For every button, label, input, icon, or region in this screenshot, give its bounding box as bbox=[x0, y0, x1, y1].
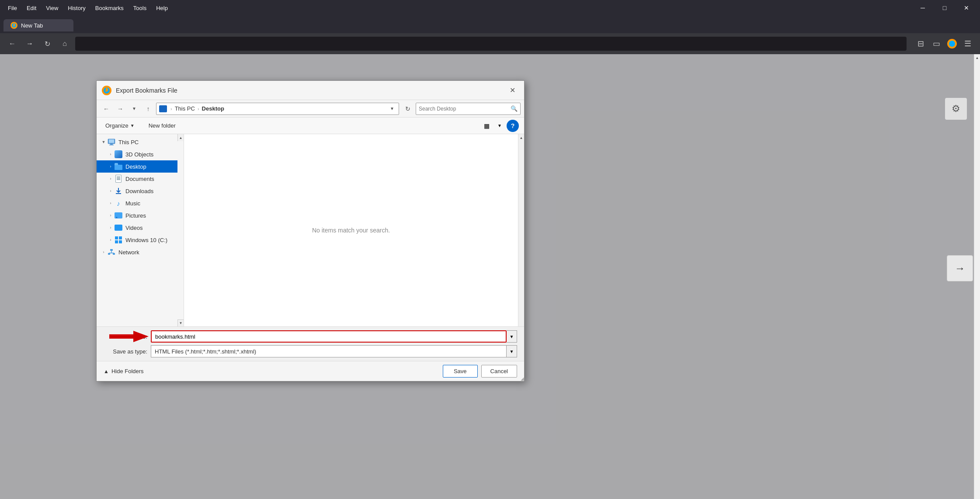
panel-scrollbar[interactable]: ▲ bbox=[974, 54, 980, 499]
back-btn[interactable]: ← bbox=[5, 37, 19, 51]
tree-label-network: Network bbox=[118, 249, 139, 256]
tree-label-videos: Videos bbox=[125, 225, 143, 231]
library-btn[interactable]: ⊟ bbox=[914, 37, 928, 51]
tree-label-3d-objects: 3D Objects bbox=[125, 151, 153, 158]
tab-bar: New Tab bbox=[0, 16, 980, 33]
tree-item-desktop[interactable]: › Desktop bbox=[97, 160, 177, 173]
nav-up-btn[interactable]: ↑ bbox=[142, 103, 154, 115]
hide-folders-arrow-icon: ▲ bbox=[104, 368, 109, 374]
savetype-value[interactable]: HTML Files (*.html;*.htm;*.shtml;*.xhtml… bbox=[151, 345, 507, 357]
downloads-icon bbox=[114, 187, 123, 195]
browser-close-btn[interactable]: ✕ bbox=[956, 0, 977, 16]
resize-handle[interactable]: ◢ bbox=[519, 376, 524, 381]
address-bar[interactable] bbox=[75, 37, 907, 51]
savetype-label: Save as type: bbox=[104, 348, 147, 355]
forward-btn[interactable]: → bbox=[23, 37, 37, 51]
nav-back-btn[interactable]: ← bbox=[100, 103, 112, 115]
tree-item-windows10[interactable]: › Windows 10 (C:) bbox=[97, 234, 177, 246]
tree-item-videos[interactable]: › Videos bbox=[97, 222, 177, 234]
expand-3d-objects[interactable]: › bbox=[107, 151, 114, 158]
expand-downloads[interactable]: › bbox=[107, 187, 114, 194]
menu-tools[interactable]: Tools bbox=[129, 3, 151, 13]
search-input[interactable] bbox=[419, 106, 511, 112]
filename-row: File name: ▼ bbox=[104, 330, 517, 343]
menu-help[interactable]: Help bbox=[152, 3, 172, 13]
tree-item-network[interactable]: › Network bbox=[97, 246, 177, 258]
svg-rect-7 bbox=[109, 139, 114, 143]
expand-music[interactable]: › bbox=[107, 200, 114, 207]
windows-drive-icon bbox=[114, 236, 123, 244]
dialog-footer: File name: ▼ bbox=[97, 326, 524, 361]
expand-pictures[interactable]: › bbox=[107, 212, 114, 219]
menu-history[interactable]: History bbox=[63, 3, 90, 13]
settings-icon[interactable]: ⚙ bbox=[945, 98, 967, 120]
tree-item-downloads[interactable]: › Downloads bbox=[97, 185, 177, 197]
breadcrumb-desktop: Desktop bbox=[202, 105, 224, 112]
expand-documents[interactable]: › bbox=[107, 175, 114, 182]
tree-item-3d-objects[interactable]: › 3D Objects bbox=[97, 148, 177, 160]
nav-arrow-btn[interactable]: → bbox=[947, 255, 973, 281]
sidebar-btn[interactable]: ▭ bbox=[929, 37, 943, 51]
menu-edit[interactable]: Edit bbox=[22, 3, 41, 13]
dialog-action-row: ▲ Hide Folders Save Cancel bbox=[97, 361, 524, 381]
main-area-scrollbar[interactable]: ▲ bbox=[518, 134, 524, 326]
browser-maximize-btn[interactable]: □ bbox=[935, 0, 955, 16]
breadcrumb-dropdown-btn[interactable]: ▼ bbox=[388, 105, 396, 113]
browser-window-controls: ─ □ ✕ bbox=[913, 0, 977, 16]
search-box: 🔍 bbox=[416, 103, 521, 115]
menu-view[interactable]: View bbox=[42, 3, 63, 13]
export-dialog: Export Bookmarks File ✕ ← → ▼ ↑ › This P… bbox=[96, 80, 525, 381]
new-folder-btn[interactable]: New folder bbox=[145, 121, 179, 130]
sidebar-scroll-up[interactable]: ▲ bbox=[177, 134, 184, 141]
expand-this-pc[interactable]: ▼ bbox=[100, 139, 107, 146]
file-main-area: No items match your search. bbox=[184, 134, 518, 326]
tree-item-documents[interactable]: › Documents bbox=[97, 173, 177, 185]
cancel-button[interactable]: Cancel bbox=[481, 365, 517, 378]
tree-item-music[interactable]: › ♪ Music bbox=[97, 197, 177, 209]
expand-network[interactable]: › bbox=[100, 249, 107, 256]
nav-refresh-btn[interactable]: ↻ bbox=[402, 103, 414, 115]
tree-label-desktop: Desktop bbox=[125, 163, 146, 170]
search-icon[interactable]: 🔍 bbox=[511, 105, 518, 112]
nav-forward-btn[interactable]: → bbox=[114, 103, 126, 115]
network-icon bbox=[107, 248, 116, 256]
view-dropdown-btn[interactable]: ▼ bbox=[493, 120, 506, 132]
organize-btn[interactable]: Organize ▼ bbox=[102, 121, 138, 130]
export-dialog-close-btn[interactable]: ✕ bbox=[506, 84, 519, 97]
export-dialog-title: Export Bookmarks File bbox=[116, 87, 506, 94]
filename-dropdown-btn[interactable]: ▼ bbox=[507, 330, 517, 343]
menu-btn[interactable]: ☰ bbox=[961, 37, 975, 51]
browser-minimize-btn[interactable]: ─ bbox=[913, 0, 933, 16]
menu-file[interactable]: File bbox=[3, 3, 21, 13]
tree-item-this-pc[interactable]: ▼ This PC bbox=[97, 136, 177, 148]
panel-scroll-up[interactable]: ▲ bbox=[974, 54, 980, 61]
view-toggle-btn[interactable]: ▦ bbox=[480, 120, 493, 132]
export-dialog-icon bbox=[102, 86, 111, 95]
action-buttons: Save Cancel bbox=[443, 365, 517, 378]
breadcrumb-folder-icon bbox=[159, 105, 167, 112]
tree-item-pictures[interactable]: › Pictures bbox=[97, 209, 177, 222]
nav-dropdown-btn[interactable]: ▼ bbox=[128, 103, 140, 115]
help-btn[interactable]: ? bbox=[507, 120, 519, 132]
expand-desktop[interactable]: › bbox=[107, 163, 114, 170]
sidebar-scroll-down[interactable]: ▼ bbox=[177, 319, 184, 326]
pictures-icon bbox=[114, 211, 123, 220]
expand-windows10[interactable]: › bbox=[107, 236, 114, 243]
savetype-dropdown-btn[interactable]: ▼ bbox=[507, 345, 517, 357]
videos-icon bbox=[114, 223, 123, 232]
address-breadcrumb[interactable]: › This PC › Desktop ▼ bbox=[156, 103, 399, 115]
tab-new-tab[interactable]: New Tab bbox=[3, 19, 73, 31]
reload-btn[interactable]: ↻ bbox=[40, 37, 54, 51]
expand-videos[interactable]: › bbox=[107, 224, 114, 231]
tab-label: New Tab bbox=[21, 22, 43, 29]
download-arrow-icon bbox=[115, 187, 122, 194]
home-btn[interactable]: ⌂ bbox=[58, 37, 72, 51]
menu-bookmarks[interactable]: Bookmarks bbox=[91, 3, 128, 13]
main-scroll-up[interactable]: ▲ bbox=[518, 134, 524, 141]
music-icon: ♪ bbox=[114, 199, 123, 208]
hide-folders-btn[interactable]: ▲ Hide Folders bbox=[104, 368, 144, 374]
account-btn[interactable] bbox=[945, 37, 959, 51]
nav-arrow-panel: → bbox=[947, 255, 973, 281]
save-button[interactable]: Save bbox=[443, 365, 478, 378]
filename-input[interactable] bbox=[151, 330, 507, 343]
